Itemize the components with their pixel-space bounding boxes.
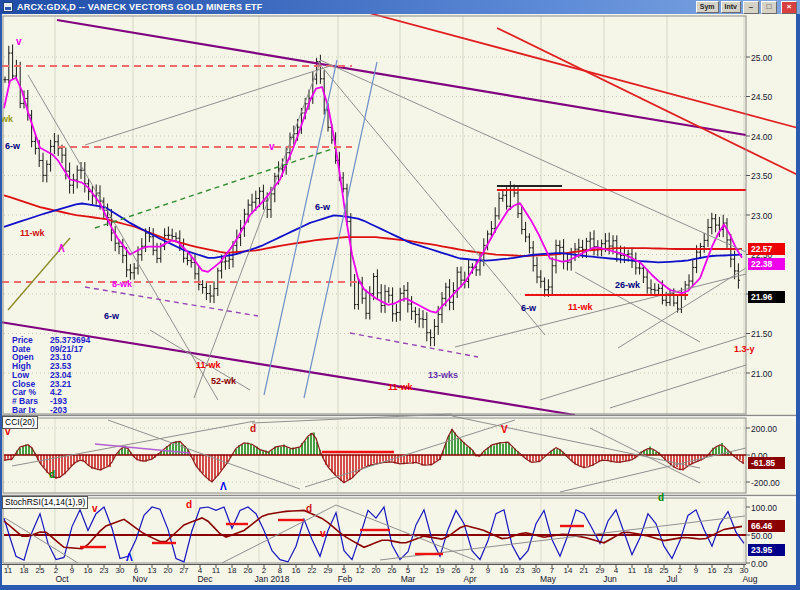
price-tick-label: 21.50	[751, 329, 772, 339]
x-tick-label: 18	[20, 566, 29, 575]
ma-magenta-line	[4, 78, 742, 313]
price-tick-label: 50.00	[751, 531, 772, 541]
annotation-label: 6-w	[104, 311, 119, 321]
annotation-label: 11-wk	[196, 360, 221, 370]
x-tick-label: 30	[116, 566, 125, 575]
price-tick-label: 200.00	[751, 424, 777, 434]
x-tick-label: 23	[516, 566, 525, 575]
month-label: Jan 2018	[255, 574, 290, 584]
annotation-label: 11-wk	[568, 302, 593, 312]
stochrsi-panel-label: StochRSI(14,14(1),9)	[2, 496, 88, 509]
x-tick-label: 16	[500, 566, 509, 575]
x-tick-label: 19	[436, 566, 445, 575]
x-tick-label: 16	[84, 566, 93, 575]
cci-annotation: d	[49, 469, 55, 480]
side-annotation: 1.3-y	[734, 344, 755, 354]
price-tick-label: 25.00	[751, 53, 772, 63]
trendline	[328, 2, 798, 128]
window-title: ARCX:GDX,D -- VANECK VECTORS GOLD MINERS…	[17, 2, 696, 12]
price-badge: 22.57	[748, 243, 785, 255]
month-label: Mar	[401, 574, 416, 584]
x-tick-label: 29	[324, 566, 333, 575]
annotation-label: 52-wk	[211, 376, 236, 386]
stochrsi-annotation: d	[186, 499, 192, 510]
x-tick-label: 11	[628, 566, 636, 575]
trendline	[95, 148, 335, 228]
price-tick-label: 100.00	[751, 503, 777, 513]
trendline	[264, 60, 337, 395]
close-button[interactable]: ×	[781, 1, 797, 14]
trendline	[57, 20, 746, 135]
x-tick-label: 22	[308, 566, 317, 575]
trendline	[350, 333, 478, 357]
annotation-label: 8-wk	[112, 279, 132, 289]
price-badge: 22.38	[748, 258, 785, 270]
x-tick-label: 13	[148, 566, 157, 575]
month-label: Aug	[742, 574, 757, 584]
x-tick-label: 9	[70, 566, 74, 575]
window-border-bottom	[0, 585, 800, 590]
price-info-panel: Price25.373694Date09/21/17Open23.10High2…	[12, 336, 90, 414]
x-tick-label: 26	[244, 566, 253, 575]
price-tick-label: 0.00	[751, 559, 768, 569]
trendline	[304, 62, 377, 398]
x-tick-label: 12	[420, 566, 429, 575]
stochrsi-annotation: v	[92, 503, 98, 514]
annotation-label: 6-w	[5, 141, 20, 151]
cci-annotation: V	[501, 424, 508, 435]
trendline	[194, 60, 321, 398]
stochrsi-annotation: d	[306, 503, 312, 514]
cci-annotation: d	[658, 492, 664, 503]
minimize-button[interactable]: –	[743, 1, 759, 14]
stochrsi-annotation: v	[320, 528, 326, 539]
intv-button[interactable]: Intv	[721, 1, 741, 13]
chart-canvas[interactable]	[0, 0, 800, 590]
price-badge: 21.96	[748, 291, 785, 303]
annotation-label: 6-w	[315, 202, 330, 212]
annotation-label: 11-wk	[20, 228, 45, 238]
price-tick-label: 23.50	[751, 171, 772, 181]
x-tick-label: 23	[100, 566, 109, 575]
month-label: Feb	[338, 574, 353, 584]
x-tick-label: 23	[724, 566, 733, 575]
app-icon	[3, 2, 13, 12]
price-tick-label: 21.00	[751, 369, 772, 379]
maximize-button[interactable]: □	[761, 1, 777, 14]
annotation-label: 6-w	[521, 303, 536, 313]
annotation-label: v	[269, 141, 275, 152]
stochrsi-annotation: Λ	[126, 552, 133, 563]
x-tick-label: 26	[388, 566, 397, 575]
stochrsi-badge: 23.95	[748, 544, 785, 556]
cci-annotation: d	[250, 423, 256, 434]
window-border-right	[796, 14, 800, 590]
x-tick-label: 20	[164, 566, 173, 575]
chart-window: ARCX:GDX,D -- VANECK VECTORS GOLD MINERS…	[0, 0, 800, 590]
sym-button[interactable]: Sym	[696, 1, 719, 13]
x-tick-label: 26	[452, 566, 461, 575]
window-border-left	[0, 14, 2, 590]
month-label: Oct	[55, 574, 68, 584]
x-tick-label: 25	[36, 566, 45, 575]
x-tick-label: 11	[4, 566, 12, 575]
month-label: Dec	[197, 574, 212, 584]
price-tick-label: 24.00	[751, 132, 772, 142]
trendline	[455, 274, 746, 347]
annotation-label: 11-wk	[388, 382, 413, 392]
x-tick-label: 21	[580, 566, 589, 575]
info-label: Bar Ix	[12, 406, 50, 415]
stochrsi-badge: 66.46	[748, 520, 785, 532]
x-tick-label: 16	[292, 566, 301, 575]
info-value: -203	[50, 406, 67, 415]
cci-badge: -61.85	[748, 457, 785, 469]
info-row: Bar Ix-203	[12, 406, 90, 415]
month-label: Jun	[603, 574, 617, 584]
trendline	[540, 336, 746, 400]
cci-panel-label: CCI(20)	[2, 416, 38, 429]
month-label: May	[540, 574, 556, 584]
x-tick-label: 16	[708, 566, 717, 575]
annotation-label: 26-wk	[615, 280, 640, 290]
x-tick-label: 11	[212, 566, 220, 575]
annotation-label: v	[16, 36, 22, 47]
x-tick-label: 18	[644, 566, 653, 575]
title-bar[interactable]: ARCX:GDX,D -- VANECK VECTORS GOLD MINERS…	[0, 0, 800, 14]
